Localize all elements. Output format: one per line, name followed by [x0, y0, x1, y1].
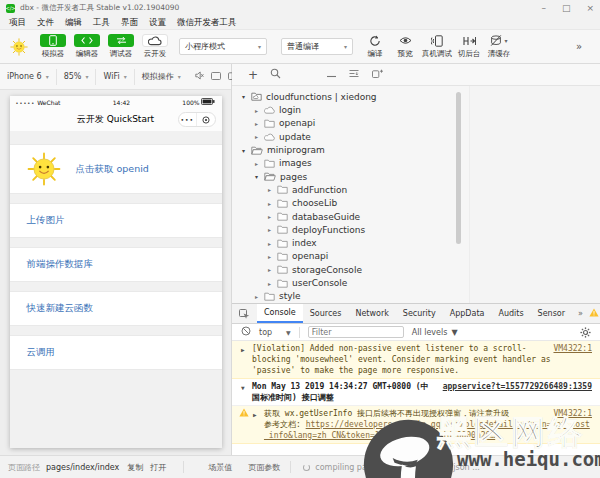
chevron-right-icon[interactable]: ▸	[266, 186, 273, 193]
tree-item-images[interactable]: ▸images	[232, 157, 469, 170]
chevron-right-icon[interactable]: ▸	[266, 200, 273, 207]
action-cache-button[interactable]: ▾清缓存	[484, 34, 514, 59]
tab-appdata[interactable]: AppData	[443, 304, 492, 323]
copy-path-button[interactable]: 复制	[127, 462, 143, 473]
tree-item-openapi[interactable]: ▸openapi	[232, 250, 469, 263]
open-path-button[interactable]: 打开	[150, 462, 166, 473]
split-editor-icon[interactable]	[372, 69, 383, 80]
menu-item-0[interactable]: 项目	[9, 17, 26, 29]
cloud-dev-button[interactable]: 云开发	[138, 34, 172, 59]
tab-sources[interactable]: Sources	[303, 304, 349, 323]
chevron-right-icon[interactable]: ▸	[266, 280, 273, 287]
menu-item-3[interactable]: 工具	[93, 17, 110, 29]
chevron-right-icon[interactable]: ▸	[266, 226, 273, 233]
tab-audits[interactable]: Audits	[491, 304, 530, 323]
chevron-right-icon[interactable]: ▸	[266, 213, 273, 220]
expanded-arrow-icon[interactable]: ▼	[241, 382, 245, 393]
tree-item-openapi[interactable]: ▸openapi	[232, 117, 469, 130]
add-file-icon[interactable]: +	[248, 68, 258, 82]
warning-count-badge[interactable]: 1	[589, 308, 600, 319]
action-devicedebug-button[interactable]: 真机调试	[420, 34, 454, 59]
menu-item-1[interactable]: 文件	[37, 17, 54, 29]
maximize-button[interactable]: □	[562, 4, 571, 13]
tree-item-style[interactable]: ▸style	[232, 290, 469, 303]
simulate-menu[interactable]: 模拟操作▾	[135, 69, 188, 85]
chevron-right-icon[interactable]: ▸	[266, 266, 273, 273]
compile-mode-select[interactable]: 普通编译 ▾	[281, 38, 353, 55]
chevron-right-icon[interactable]: ▸	[266, 253, 273, 260]
menu-item-5[interactable]: 设置	[149, 17, 166, 29]
tree-item-addfunction[interactable]: ▸addFunction	[232, 183, 469, 196]
chevron-right-icon[interactable]: ▸	[253, 107, 260, 114]
collapsed-arrow-icon[interactable]: ▶	[253, 409, 257, 420]
close-button[interactable]: ×	[586, 4, 594, 13]
chevron-right-icon[interactable]: ▸	[253, 133, 260, 140]
action-background-button[interactable]: 切后台	[454, 34, 484, 59]
source-link[interactable]: VM4322:1	[553, 343, 592, 354]
chevron-right-icon[interactable]: ▸	[266, 240, 273, 247]
context-select[interactable]: top▼	[259, 328, 291, 337]
tree-item-databaseguide[interactable]: ▸databaseGuide	[232, 210, 469, 223]
tab-console[interactable]: Console	[257, 304, 303, 323]
chevron-right-icon[interactable]: ▸	[253, 293, 260, 300]
tree-item-cloudfunctions-xiedong[interactable]: ▾cloudfunctions | xiedong	[232, 90, 469, 103]
scene-value-button[interactable]: 场景值	[208, 462, 232, 473]
zoom-select[interactable]: 85%▾	[57, 69, 97, 85]
source-link[interactable]: VM4322:1	[553, 408, 592, 419]
chevron-down-icon[interactable]: ▾	[240, 93, 247, 100]
tree-item-userconsole[interactable]: ▸userConsole	[232, 276, 469, 289]
phone-card-0[interactable]: 点击获取 openid	[10, 144, 222, 194]
screenshot-icon[interactable]	[211, 72, 221, 82]
gear-icon[interactable]	[580, 327, 591, 338]
tree-item-deployfunctions[interactable]: ▸deployFunctions	[232, 223, 469, 236]
close-miniprogram-button[interactable]	[197, 116, 215, 124]
hide-panel-icon[interactable]	[327, 70, 336, 80]
mute-icon[interactable]	[195, 71, 204, 82]
tree-item-chooselib[interactable]: ▸chooseLib	[232, 197, 469, 210]
panel-toggle-0[interactable]: 模拟器	[36, 34, 70, 59]
action-compile-button[interactable]: 编译	[360, 34, 390, 59]
filter-input[interactable]	[308, 326, 404, 338]
tree-item-storageconsole[interactable]: ▸storageConsole	[232, 263, 469, 276]
search-icon[interactable]	[270, 68, 281, 81]
menu-item-4[interactable]: 界面	[121, 17, 138, 29]
action-preview-button[interactable]: 预览	[390, 34, 420, 59]
doc-link[interactable]: https://developers.weixin.qq.com/blogdet…	[264, 420, 590, 440]
minimize-button[interactable]: –	[541, 4, 546, 13]
collapsed-arrow-icon[interactable]: ▶	[241, 344, 245, 355]
log-level-select[interactable]: All levels▼	[412, 328, 458, 337]
phone-card-3[interactable]: 快速新建云函数	[10, 291, 222, 326]
tree-item-update[interactable]: ▸update	[232, 130, 469, 143]
phone-card-2[interactable]: 前端操作数据库	[10, 247, 222, 282]
tree-item-pages[interactable]: ▾pages	[232, 170, 469, 183]
network-select[interactable]: WiFi▾	[96, 69, 134, 85]
more-options-button[interactable]: •••	[179, 113, 198, 126]
tree-item-miniprogram[interactable]: ▾miniprogram	[232, 143, 469, 156]
tree-item-index[interactable]: ▸index	[232, 237, 469, 250]
inspect-element-icon[interactable]	[232, 309, 257, 319]
chevron-down-icon[interactable]: ▾	[253, 173, 260, 180]
toolbar-more-button[interactable]: »	[576, 41, 582, 52]
collapse-all-icon[interactable]	[349, 69, 359, 80]
phone-card-4[interactable]: 云调用	[10, 335, 222, 370]
device-select[interactable]: iPhone 6▾	[0, 69, 57, 85]
tab-sensor[interactable]: Sensor	[531, 304, 572, 323]
tab-security[interactable]: Security	[396, 304, 443, 323]
menu-item-6[interactable]: 微信开发者工具	[177, 17, 237, 29]
phone-card-1[interactable]: 上传图片	[10, 203, 222, 238]
mode-select[interactable]: 小程序模式 ▾	[179, 38, 267, 55]
chevron-down-icon[interactable]: ▾	[240, 147, 247, 154]
page-params-button[interactable]: 页面参数	[248, 462, 280, 473]
menu-item-2[interactable]: 编辑	[65, 17, 82, 29]
panel-toggle-2[interactable]: 调试器	[104, 34, 138, 59]
user-avatar[interactable]	[10, 38, 28, 56]
clear-console-icon[interactable]	[241, 326, 251, 338]
tab-network[interactable]: Network	[348, 304, 395, 323]
panel-toggle-1[interactable]: 编辑器	[70, 34, 104, 59]
chevron-right-icon[interactable]: ▸	[253, 120, 260, 127]
chevron-right-icon[interactable]: ▸	[253, 160, 260, 167]
tree-item-login[interactable]: ▸login	[232, 104, 469, 117]
source-link[interactable]: appservice?t=1557729266489:1359	[443, 381, 592, 392]
tab-overflow-button[interactable]: »	[572, 309, 589, 318]
tree-scrollbar[interactable]	[456, 92, 461, 244]
